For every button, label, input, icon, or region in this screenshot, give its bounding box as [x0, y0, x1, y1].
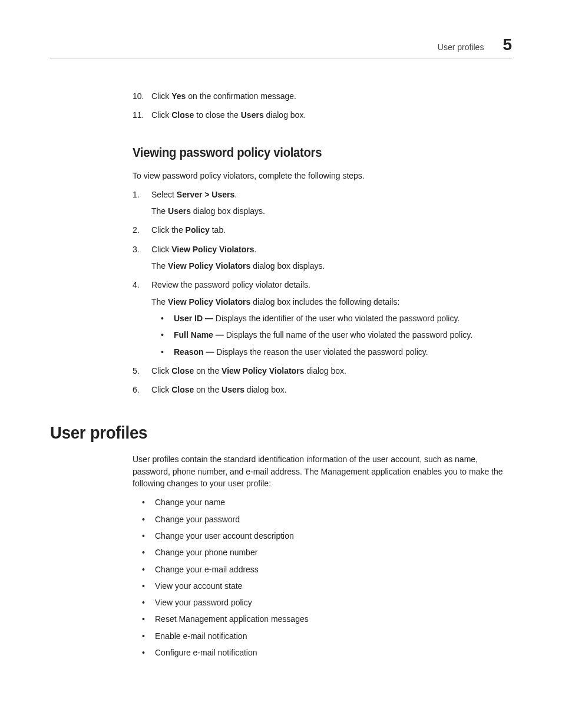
list-item: Change your e-mail address: [142, 564, 512, 575]
heading-user-profiles: User profiles: [50, 423, 475, 443]
step-number: 10.: [133, 90, 144, 102]
step-3: 3. Click View Policy Violators. The View…: [133, 243, 512, 272]
content-body-2: User profiles contain the standard ident…: [133, 453, 512, 658]
list-item: Change your user account description: [142, 530, 512, 542]
header-title: User profiles: [438, 42, 484, 52]
step-text: Click Close on the View Policy Violators…: [151, 366, 346, 375]
section-user-profiles: User profiles: [50, 423, 512, 443]
step-text: Click Close to close the Users dialog bo…: [151, 110, 306, 120]
step-text: Click Close on the Users dialog box.: [151, 385, 287, 394]
page: User profiles 5 10. Click Yes on the con…: [50, 35, 512, 663]
chapter-number: 5: [503, 35, 512, 54]
intro-paragraph: To view password policy violators, compl…: [133, 170, 512, 182]
step-5: 5. Click Close on the View Policy Violat…: [133, 365, 512, 377]
step-number: 4.: [133, 279, 140, 291]
step-text: Click Yes on the confirmation message.: [151, 91, 296, 101]
step-number: 3.: [133, 243, 140, 255]
step-10: 10. Click Yes on the confirmation messag…: [133, 90, 512, 102]
step-text: Select Server > Users.: [151, 190, 237, 199]
step-6: 6. Click Close on the Users dialog box.: [133, 384, 512, 396]
step-sub: The View Policy Violators dialog box inc…: [151, 296, 512, 308]
user-profiles-intro: User profiles contain the standard ident…: [133, 453, 512, 489]
bullet-reason: Reason — Displays the reason the user vi…: [161, 346, 512, 358]
step-11: 11. Click Close to close the Users dialo…: [133, 109, 512, 121]
list-item: View your account state: [142, 580, 512, 592]
step-number: 2.: [133, 224, 140, 236]
detail-bullets: User ID — Displays the identifier of the…: [161, 312, 512, 358]
step-1: 1. Select Server > Users. The Users dial…: [133, 189, 512, 218]
list-item: Configure e-mail notification: [142, 647, 512, 658]
list-item: Change your name: [142, 496, 512, 508]
steps-list: 1. Select Server > Users. The Users dial…: [133, 189, 512, 396]
bullet-user-id: User ID — Displays the identifier of the…: [161, 312, 512, 324]
list-item: View your password policy: [142, 597, 512, 608]
step-number: 5.: [133, 365, 140, 377]
list-item: Change your password: [142, 513, 512, 525]
step-text: Review the password policy violator deta…: [151, 280, 310, 289]
step-text: Click the Policy tab.: [151, 225, 226, 235]
page-header: User profiles 5: [50, 35, 512, 58]
step-sub: The View Policy Violators dialog box dis…: [151, 260, 512, 272]
list-item: Reset Management application messages: [142, 613, 512, 625]
list-item: Change your phone number: [142, 546, 512, 558]
step-text: Click View Policy Violators.: [151, 245, 256, 254]
step-sub: The Users dialog box displays.: [151, 205, 512, 217]
step-number: 1.: [133, 189, 140, 200]
step-2: 2. Click the Policy tab.: [133, 224, 512, 236]
content-body: 10. Click Yes on the confirmation messag…: [133, 90, 512, 396]
steps-continued-list: 10. Click Yes on the confirmation messag…: [133, 90, 512, 121]
list-item: Enable e-mail notification: [142, 630, 512, 642]
step-number: 11.: [133, 109, 144, 121]
profile-changes-list: Change your name Change your password Ch…: [142, 496, 512, 658]
step-number: 6.: [133, 384, 140, 396]
bullet-full-name: Full Name — Displays the full name of th…: [161, 329, 512, 341]
heading-viewing-password-policy-violators: Viewing password policy violators: [133, 145, 481, 160]
step-4: 4. Review the password policy violator d…: [133, 279, 512, 357]
